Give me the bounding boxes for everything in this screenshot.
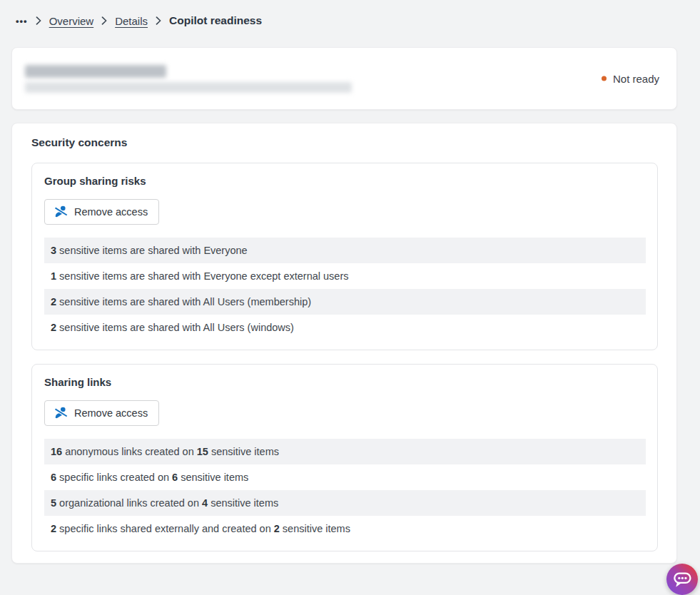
chevron-right-icon (101, 16, 107, 25)
item-text: organizational links created on (56, 497, 202, 509)
breadcrumb-link-details[interactable]: Details (115, 15, 148, 27)
item-text: sensitive items are shared with Everyone (56, 245, 248, 256)
item-count: 5 (51, 497, 56, 509)
redacted-title (25, 65, 166, 78)
breadcrumb-link-overview[interactable]: Overview (49, 15, 94, 27)
list-item: 1 sensitive items are shared with Everyo… (44, 263, 646, 289)
item-text: anonymous links created on (62, 446, 197, 457)
summary-card: Not ready (11, 47, 677, 110)
breadcrumb-current: Copilot readiness (169, 14, 262, 27)
sharing-links-title: Sharing links (44, 376, 646, 388)
status-label: Not ready (613, 73, 659, 85)
status-badge: Not ready (602, 73, 659, 85)
item-count: 2 (51, 322, 56, 333)
item-count: 6 (51, 472, 56, 483)
remove-access-button[interactable]: Remove access (44, 400, 159, 426)
list-item: 6 specific links created on 6 sensitive … (44, 464, 646, 490)
redacted-subtitle (25, 82, 352, 93)
item-text: sensitive items are shared with Everyone… (56, 270, 348, 282)
person-remove-icon (54, 406, 68, 419)
feedback-chat-button[interactable] (666, 564, 698, 595)
item-text: sensitive items are shared with All User… (56, 296, 311, 307)
chevron-right-icon (156, 16, 161, 25)
item-text: sensitive items (208, 497, 278, 509)
page: { "breadcrumb": { "overflow_label": "•••… (0, 0, 700, 595)
ellipsis-icon[interactable]: ••• (16, 15, 28, 27)
item-text: specific links shared externally and cre… (56, 523, 274, 534)
list-item: 2 specific links shared externally and c… (44, 516, 646, 541)
item-count: 4 (202, 497, 208, 509)
risk-list: 3 sensitive items are shared with Everyo… (44, 238, 646, 340)
item-text: sensitive items (178, 472, 248, 483)
chevron-right-icon (36, 16, 41, 25)
security-concerns-card: Security concerns Group sharing risks Re… (11, 123, 677, 564)
security-concerns-title: Security concerns (31, 136, 658, 149)
item-count: 16 (51, 446, 62, 457)
group-sharing-risks-section: Group sharing risks Remove access 3 sens… (31, 163, 658, 350)
breadcrumb: ••• Overview Details Copilot readiness (0, 0, 700, 29)
person-remove-icon (54, 205, 68, 218)
item-count: 1 (51, 270, 56, 282)
group-sharing-risks-title: Group sharing risks (44, 175, 646, 187)
list-item: 2 sensitive items are shared with All Us… (44, 289, 646, 315)
item-count: 2 (274, 523, 280, 534)
item-count: 2 (51, 296, 56, 307)
risk-list: 16 anonymous links created on 15 sensiti… (44, 439, 646, 541)
item-text: specific links created on (56, 472, 172, 483)
remove-access-button[interactable]: Remove access (44, 199, 159, 225)
item-text: sensitive items (280, 523, 350, 534)
remove-access-label: Remove access (74, 407, 148, 419)
status-dot-icon (602, 76, 607, 81)
item-count: 2 (51, 523, 56, 534)
item-count: 3 (51, 245, 56, 256)
item-text: sensitive items are shared with All User… (56, 322, 294, 333)
list-item: 3 sensitive items are shared with Everyo… (44, 238, 646, 263)
list-item: 16 anonymous links created on 15 sensiti… (44, 439, 646, 464)
item-count: 6 (172, 472, 178, 483)
item-text: sensitive items (208, 446, 279, 457)
item-count: 15 (197, 446, 208, 457)
sharing-links-section: Sharing links Remove access 16 anonymous… (31, 364, 658, 551)
remove-access-label: Remove access (74, 206, 148, 218)
list-item: 5 organizational links created on 4 sens… (44, 490, 646, 516)
chat-bubble-icon (670, 568, 694, 591)
list-item: 2 sensitive items are shared with All Us… (44, 315, 646, 340)
